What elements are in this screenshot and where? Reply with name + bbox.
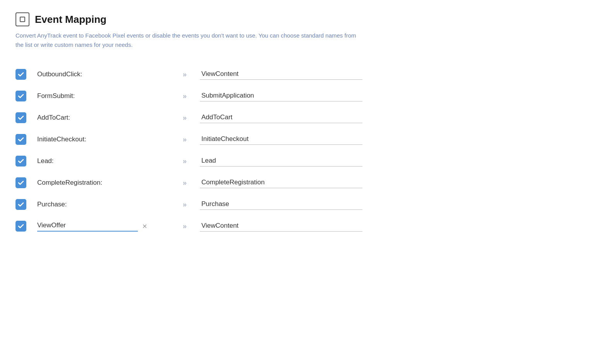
source-label-lead: Lead: bbox=[37, 157, 54, 165]
clear-icon-view-offer[interactable]: ✕ bbox=[142, 223, 147, 230]
source-input-view-offer[interactable] bbox=[37, 221, 138, 232]
checkbox-lead[interactable] bbox=[15, 156, 26, 167]
target-input-lead[interactable] bbox=[200, 156, 362, 167]
checkbox-purchase[interactable] bbox=[15, 199, 26, 210]
mapping-row: FormSubmit:» bbox=[15, 85, 586, 107]
target-input-outbound-click[interactable] bbox=[200, 69, 362, 80]
arrow-icon-initiate-checkout: » bbox=[183, 136, 186, 144]
checkbox-form-submit[interactable] bbox=[15, 91, 26, 101]
mapping-row: Lead:» bbox=[15, 150, 586, 172]
arrow-icon-lead: » bbox=[183, 157, 186, 165]
arrow-icon-complete-registration: » bbox=[183, 179, 186, 187]
arrow-icon-outbound-click: » bbox=[183, 70, 186, 79]
arrow-icon-form-submit: » bbox=[183, 92, 186, 100]
target-input-add-to-cart[interactable] bbox=[200, 113, 362, 123]
source-label-purchase: Purchase: bbox=[37, 201, 67, 208]
page-header: Event Mapping bbox=[15, 12, 586, 26]
target-input-complete-registration[interactable] bbox=[200, 178, 362, 188]
checkbox-add-to-cart[interactable] bbox=[15, 112, 26, 123]
checkbox-initiate-checkout[interactable] bbox=[15, 134, 26, 145]
source-label-outbound-click: OutboundClick: bbox=[37, 70, 82, 78]
mapping-row: CompleteRegistration:» bbox=[15, 172, 586, 194]
arrow-icon-purchase: » bbox=[183, 201, 186, 209]
arrow-icon-view-offer: » bbox=[183, 222, 186, 230]
target-input-form-submit[interactable] bbox=[200, 91, 362, 101]
header-icon bbox=[15, 12, 29, 26]
target-input-view-offer[interactable] bbox=[200, 221, 362, 232]
mapping-table: OutboundClick:» FormSubmit:» AddToCart:»… bbox=[15, 64, 586, 237]
mapping-row: AddToCart:» bbox=[15, 107, 586, 129]
checkbox-outbound-click[interactable] bbox=[15, 69, 26, 80]
page-title: Event Mapping bbox=[35, 14, 106, 26]
checkbox-complete-registration[interactable] bbox=[15, 177, 26, 188]
source-label-complete-registration: CompleteRegistration: bbox=[37, 179, 102, 186]
mapping-row: Purchase:» bbox=[15, 194, 586, 215]
target-input-initiate-checkout[interactable] bbox=[200, 134, 362, 145]
page-description: Convert AnyTrack event to Facebook Pixel… bbox=[15, 31, 364, 50]
arrow-icon-add-to-cart: » bbox=[183, 114, 186, 122]
mapping-row: InitiateCheckout:» bbox=[15, 129, 586, 150]
mapping-row: ✕» bbox=[15, 215, 586, 237]
checkbox-view-offer[interactable] bbox=[15, 221, 26, 232]
source-label-add-to-cart: AddToCart: bbox=[37, 114, 70, 121]
mapping-row: OutboundClick:» bbox=[15, 64, 586, 85]
target-input-purchase[interactable] bbox=[200, 199, 362, 210]
source-label-initiate-checkout: InitiateCheckout: bbox=[37, 136, 86, 143]
source-label-form-submit: FormSubmit: bbox=[37, 92, 75, 100]
